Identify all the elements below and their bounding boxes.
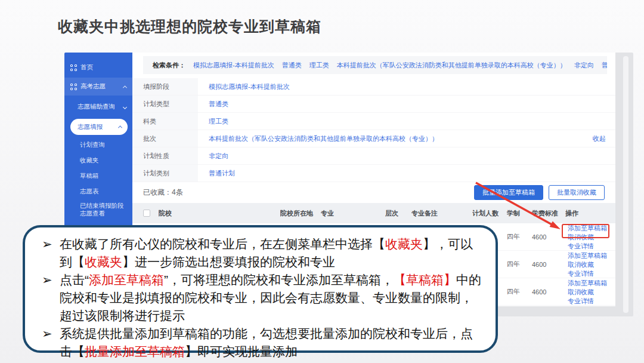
- sidebar-item-label: 志愿辅助查询: [78, 103, 120, 111]
- collection-bar: 已收藏：4条 批量添加至草稿箱 批量取消收藏: [143, 184, 605, 201]
- actions-cell: 添加至草稿箱取消收藏专业详情: [565, 251, 615, 278]
- action-link[interactable]: 添加至草稿箱: [568, 251, 607, 260]
- action-link[interactable]: 专业详情: [568, 269, 594, 278]
- page-title: 收藏夹中挑选理想的院校专业到草稿箱: [58, 17, 321, 36]
- criteria-value: 普通计划: [602, 61, 607, 70]
- chevron-down-icon: [123, 104, 127, 109]
- highlighted-text: 添加至草稿箱: [89, 273, 164, 287]
- duration-cell: 四年: [507, 278, 532, 305]
- filter-value-text[interactable]: 非定向: [209, 152, 228, 161]
- sidebar-item-label: 志愿填报: [78, 123, 115, 131]
- chevron-up-icon: [123, 85, 127, 90]
- bullet-marker: ➢: [42, 325, 52, 343]
- scrollbar[interactable]: [623, 56, 628, 313]
- criteria-value: 本科提前批次（军队公安政法消防类和其他提前单独录取的本科高校（专业））: [337, 61, 566, 70]
- callout-bullet: ➢系统提供批量添加到草稿箱的功能，勾选想要批量添加的院校和专业后，点击【批量添加…: [42, 325, 481, 361]
- callout-bullet: ➢在收藏了所有心仪的院校和专业后，在左侧菜单栏中选择【收藏夹】，可以到【收藏夹】…: [42, 235, 481, 271]
- column-header: 计划人数: [472, 209, 507, 218]
- filter-value-text[interactable]: 模拟志愿填报-本科提前批次: [209, 82, 290, 91]
- collapse-link[interactable]: 收起: [593, 134, 606, 143]
- bullet-text: 点击“: [60, 273, 89, 287]
- table-header: 院校院校所在地专业层次专业备注计划人数学制学费标准操作: [132, 203, 615, 223]
- filter-label: 科类: [132, 113, 198, 130]
- sidebar-item-label: 草稿箱: [80, 172, 128, 180]
- callout-bubble: ➢在收藏了所有心仪的院校和专业后，在左侧菜单栏中选择【收藏夹】，可以到【收藏夹】…: [23, 225, 498, 353]
- filter-row: 科类理工类: [132, 113, 615, 130]
- column-header: 专业: [321, 209, 385, 218]
- bullet-text: ”，可将理想的院校和专业添加至草稿箱，: [164, 273, 394, 287]
- action-link[interactable]: 添加至草稿箱: [568, 279, 607, 287]
- filter-row: 计划类别普通计划: [132, 165, 615, 182]
- bullet-marker: ➢: [42, 235, 52, 253]
- sidebar-item[interactable]: 高考志愿: [64, 78, 132, 96]
- column-header: 院校: [159, 209, 280, 218]
- column-header: 操作: [565, 209, 615, 218]
- sidebar-item-label: 收藏夹: [80, 156, 128, 164]
- sidebar-item[interactable]: 计划查询: [64, 136, 132, 152]
- duration-cell: 四年: [507, 223, 532, 250]
- grid-icon: [70, 64, 77, 71]
- sidebar-item[interactable]: 志愿表: [64, 183, 132, 198]
- sidebar-item-active[interactable]: 志愿填报: [70, 119, 128, 135]
- filter-label: 计划类别: [132, 165, 198, 182]
- action-link[interactable]: 专业详情: [568, 297, 594, 305]
- action-link[interactable]: 取消收藏: [568, 288, 594, 296]
- highlighted-text: 批量添加至草稿箱: [85, 344, 185, 358]
- action-link[interactable]: 取消收藏: [568, 233, 594, 241]
- callout-bullet: ➢点击“添加至草稿箱”，可将理想的院校和专业添加至草稿箱，【草稿箱】中的院校和专…: [42, 271, 481, 325]
- sidebar-item[interactable]: 草稿箱: [64, 167, 132, 183]
- filter-value: 普通类: [198, 96, 615, 112]
- criteria-value: 理工类: [309, 61, 329, 70]
- filter-value-text[interactable]: 普通计划: [209, 169, 235, 178]
- search-criteria-values: 模拟志愿填报-本科提前批次普通类理工类本科提前批次（军队公安政法消防类和其他提前…: [193, 61, 607, 70]
- highlighted-text: 【草稿箱】: [394, 273, 456, 287]
- criteria-value: 模拟志愿填报-本科提前批次: [193, 61, 274, 70]
- criteria-value: 非定向: [574, 61, 594, 70]
- batch-cancel-favorite-button[interactable]: 批量取消收藏: [549, 185, 605, 200]
- filter-value-text[interactable]: 本科提前批次（军队公安政法消防类和其他提前单独录取的本科高校（专业））: [209, 134, 438, 143]
- filter-row: 计划性质非定向: [132, 147, 615, 165]
- filter-form: 填报阶段模拟志愿填报-本科提前批次计划类型普通类科类理工类批次本科提前批次（军队…: [132, 78, 615, 182]
- sidebar-item-label: 志愿表: [80, 187, 128, 195]
- highlighted-text: 收藏夹: [385, 237, 423, 251]
- sidebar-item[interactable]: 志愿辅助查询: [64, 98, 132, 116]
- criteria-value: 普通类: [282, 61, 302, 70]
- sidebar-item[interactable]: 收藏夹: [64, 152, 132, 167]
- search-criteria-label: 检索条件：: [153, 61, 185, 70]
- filter-value: 理工类: [198, 113, 615, 130]
- filter-row: 批次本科提前批次（军队公安政法消防类和其他提前单独录取的本科高校（专业））收起: [132, 130, 615, 147]
- sidebar-item[interactable]: 首页: [64, 57, 132, 78]
- grid-icon: [70, 84, 77, 90]
- filter-label: 批次: [132, 130, 198, 147]
- bullet-text: 】进一步筛选出想要填报的院校和专业: [122, 255, 335, 269]
- batch-add-to-draft-button[interactable]: 批量添加至草稿箱: [474, 185, 543, 200]
- filter-value-text[interactable]: 理工类: [209, 117, 228, 126]
- filter-value: 非定向: [198, 147, 615, 164]
- sidebar-item-label: 首页: [80, 63, 126, 72]
- favorites-count: 已收藏：4条: [143, 187, 183, 198]
- filter-label: 计划性质: [132, 147, 198, 164]
- action-link[interactable]: 专业详情: [568, 242, 594, 250]
- bullet-marker: ➢: [42, 271, 52, 289]
- filter-value: 普通计划: [198, 165, 615, 182]
- sidebar-item[interactable]: 已结束填报阶段志愿查看: [64, 198, 132, 220]
- select-all-checkbox[interactable]: [143, 210, 150, 217]
- action-link[interactable]: 添加至草稿箱: [568, 224, 607, 232]
- filter-label: 计划类型: [132, 96, 198, 112]
- filter-value-text[interactable]: 普通类: [209, 100, 228, 109]
- header-cell: [132, 210, 159, 217]
- action-link[interactable]: 取消收藏: [568, 260, 594, 269]
- tuition-cell: 4600: [532, 223, 565, 250]
- slide: 收藏夹中挑选理想的院校专业到草稿箱 首页高考志愿志愿辅助查询志愿填报计划查询收藏…: [0, 0, 644, 363]
- actions-cell: 添加至草稿箱取消收藏专业详情: [565, 223, 615, 250]
- filter-row: 填报阶段模拟志愿填报-本科提前批次: [132, 78, 615, 96]
- column-header: 层次: [385, 209, 411, 218]
- filter-label: 填报阶段: [132, 78, 198, 95]
- tuition-cell: 4600: [532, 251, 565, 278]
- sidebar-item-label: 高考志愿: [80, 82, 120, 91]
- sidebar-item-label: 计划查询: [80, 141, 128, 149]
- bullet-text: 】即可实现批量添加: [185, 344, 298, 358]
- filter-row: 计划类型普通类: [132, 96, 615, 113]
- filter-value: 模拟志愿填报-本科提前批次: [198, 78, 615, 95]
- tuition-cell: 4600: [532, 278, 565, 305]
